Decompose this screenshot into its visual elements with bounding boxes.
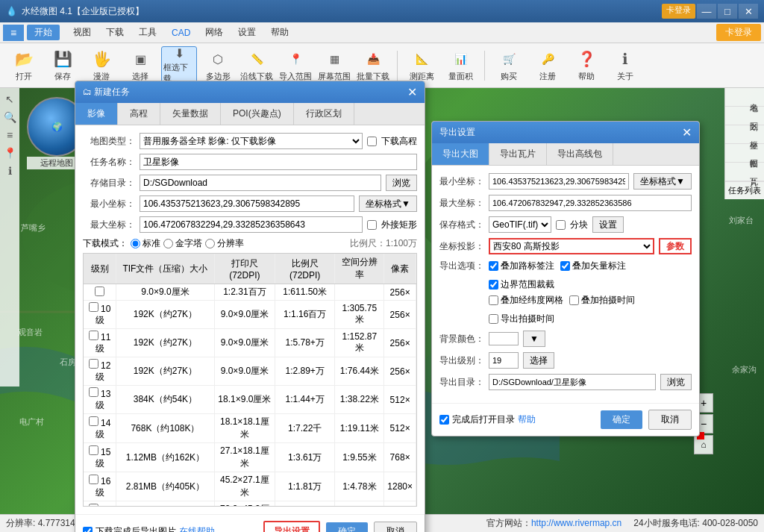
bg-color-picker[interactable]	[489, 332, 519, 345]
start-menu-item[interactable]: 开始	[27, 25, 60, 40]
measure-area-tool[interactable]: 📊 量面积	[442, 46, 478, 85]
screen-range-tool[interactable]: ▦ 屏幕范围	[316, 46, 352, 85]
task-list-btn[interactable]: 任务列表	[725, 181, 764, 199]
mode-resolution[interactable]: 分辨率	[205, 237, 244, 250]
tab-mapsheet[interactable]: 图幅	[725, 144, 764, 163]
level-11-checkbox[interactable]	[89, 331, 98, 340]
export-min-coord-input[interactable]	[489, 173, 629, 190]
login-button[interactable]: 卡登录	[716, 24, 761, 41]
table-row[interactable]: 10级 192K（约27K）9.0×9.0厘米1:1.16百万1:305.75米…	[84, 301, 416, 329]
save-tool[interactable]: 💾 保存	[45, 46, 81, 85]
task-name-input[interactable]	[140, 154, 417, 170]
table-row[interactable]: 17级 7.50MB（约1.05MB）72.3×45.2厘米1:9.03千1:2…	[84, 501, 416, 507]
export-browse-button[interactable]: 浏览	[660, 374, 692, 390]
select-tool[interactable]: ▣ 选择	[122, 46, 158, 85]
tab-district[interactable]: 区划	[725, 107, 764, 125]
table-row[interactable]: 16级 2.81MB（约405K）45.2×27.1厘米1:1.81万1:4.7…	[84, 472, 416, 501]
level-13-checkbox[interactable]	[89, 387, 98, 397]
projection-select[interactable]: 西安80 高斯投影	[489, 238, 654, 254]
export-settings-button[interactable]: 导出设置	[263, 521, 320, 532]
tab-placename[interactable]: 地名	[725, 88, 764, 107]
box-download-tool[interactable]: ⬇ 框选下载	[161, 46, 197, 85]
left-tool-search[interactable]: 🔍	[1, 109, 18, 125]
level-10-checkbox[interactable]	[89, 302, 98, 312]
export-after-download-checkbox[interactable]	[83, 527, 93, 532]
option-vector-labels[interactable]: 叠加矢量标注	[560, 260, 626, 272]
cancel-button[interactable]: 取消	[374, 522, 417, 532]
table-row[interactable]: 9.0×9.0厘米1:2.31百万1:611.50米256×	[84, 284, 416, 301]
tab-coordinate[interactable]: 坐标	[725, 125, 764, 144]
polygon-tool[interactable]: ⬡ 多边形	[200, 46, 236, 85]
left-tool-layers[interactable]: ≡	[1, 127, 18, 143]
measure-distance-tool[interactable]: 📐 测距离	[404, 46, 439, 85]
table-row[interactable]: 15级 1.12MB（约162K）27.1×18.1厘米1:3.61万1:9.5…	[84, 443, 416, 472]
menu-item-tools[interactable]: 工具	[131, 24, 164, 41]
tab-imagery[interactable]: 影像	[75, 103, 118, 125]
open-tool[interactable]: 📂 打开	[6, 46, 42, 85]
level-17-checkbox[interactable]	[89, 504, 98, 507]
menu-item-cad[interactable]: CAD	[164, 25, 198, 40]
left-tool-pin[interactable]: 📍	[1, 145, 18, 161]
option-shoot-time-overlay[interactable]: 叠加拍摄时间	[569, 294, 635, 307]
params-button[interactable]: 参数	[659, 238, 692, 254]
tab-admin[interactable]: 行政区划	[294, 103, 354, 125]
menu-item-download[interactable]: 下载	[98, 24, 131, 41]
minimize-button[interactable]: —	[697, 4, 716, 19]
format-settings-button[interactable]: 设置	[592, 216, 624, 233]
line-download-tool[interactable]: 📏 沿线下载	[239, 46, 275, 85]
close-button[interactable]: ✕	[739, 4, 758, 19]
mode-standard[interactable]: 标准	[131, 237, 160, 250]
max-coord-input[interactable]	[140, 216, 363, 233]
download-elevation-checkbox[interactable]	[367, 137, 377, 146]
option-boundary-clip[interactable]: 边界范围裁截	[489, 278, 554, 291]
menu-item-network[interactable]: 网络	[198, 24, 231, 41]
level-15-checkbox[interactable]	[89, 445, 98, 455]
buy-tool[interactable]: 🛒 购买	[491, 46, 527, 85]
menu-item-help[interactable]: 帮助	[263, 24, 296, 41]
option-export-shoot-time[interactable]: 导出拍摄时间	[489, 313, 554, 325]
about-tool[interactable]: ℹ 关于	[607, 46, 643, 85]
browse-button[interactable]: 浏览	[386, 175, 417, 191]
table-row[interactable]: 14级 768K（约108K）18.1×18.1厘米1:7.22千1:19.11…	[84, 414, 416, 443]
table-row[interactable]: 11级 192K（约27K）9.0×9.0厘米1:5.78+万1:152.87米…	[84, 329, 416, 357]
export-max-coord-input[interactable]	[489, 195, 692, 211]
select-level-button[interactable]: 选择	[523, 352, 554, 369]
outer-rect-checkbox[interactable]	[367, 220, 377, 230]
menu-item-view[interactable]: 视图	[66, 24, 98, 41]
level-14-checkbox[interactable]	[89, 416, 98, 426]
export-confirm-button[interactable]: 确定	[601, 410, 642, 429]
register-tool[interactable]: 🔑 注册	[530, 46, 566, 85]
coord-format-button[interactable]: 坐标格式▼	[359, 195, 417, 212]
level-12-checkbox[interactable]	[89, 359, 98, 369]
export-coord-format-button[interactable]: 坐标格式▼	[633, 173, 692, 190]
online-help-link[interactable]: 在线帮助	[179, 525, 215, 532]
help-tool[interactable]: ❓ 帮助	[569, 46, 604, 85]
export-cancel-button[interactable]: 取消	[648, 410, 692, 430]
export-tab-tile[interactable]: 导出瓦片	[489, 143, 547, 165]
tab-tile[interactable]: 瓦片	[725, 163, 764, 181]
mode-pyramid[interactable]: 金字塔	[163, 237, 202, 250]
table-row[interactable]: 13级 384K（约54K）18.1×9.0厘米1:1.44+万1:38.22米…	[84, 386, 416, 414]
confirm-button[interactable]: 确定	[326, 522, 368, 532]
option-road-labels[interactable]: 叠加路标签注	[489, 260, 554, 272]
left-tool-info[interactable]: ℹ	[1, 163, 18, 179]
pan-tool[interactable]: 🖐 漫游	[84, 46, 119, 85]
website-link[interactable]: http://www.rivermap.cn	[531, 518, 621, 528]
menu-toggle[interactable]: ≡	[3, 25, 24, 41]
menu-item-settings[interactable]: 设置	[231, 24, 263, 41]
new-task-close-button[interactable]: ✕	[407, 87, 417, 98]
export-tab-contour[interactable]: 导出高线包	[547, 143, 613, 165]
save-dir-input[interactable]	[140, 175, 381, 191]
level-16-checkbox[interactable]	[89, 475, 98, 484]
map-type-select[interactable]: 普用服务器全球 影像: 仅下载影像	[140, 133, 363, 149]
import-range-tool[interactable]: 📍 导入范围	[278, 46, 313, 85]
save-format-select[interactable]: GeoTIF(.tif)	[489, 216, 551, 233]
maximize-button[interactable]: □	[718, 4, 737, 19]
table-row[interactable]: 12级 192K（约27K）9.0×9.0厘米1:2.89+万1:76.44米2…	[84, 357, 416, 386]
tab-elevation[interactable]: 高程	[118, 103, 160, 125]
level-9-checkbox[interactable]	[95, 287, 104, 296]
open-dir-after-export-checkbox[interactable]	[439, 415, 449, 425]
option-grid[interactable]: 叠加经纬度网格	[489, 294, 563, 307]
color-dropdown-button[interactable]: ▼	[523, 331, 545, 347]
tab-vector[interactable]: 矢量数据	[160, 103, 221, 125]
